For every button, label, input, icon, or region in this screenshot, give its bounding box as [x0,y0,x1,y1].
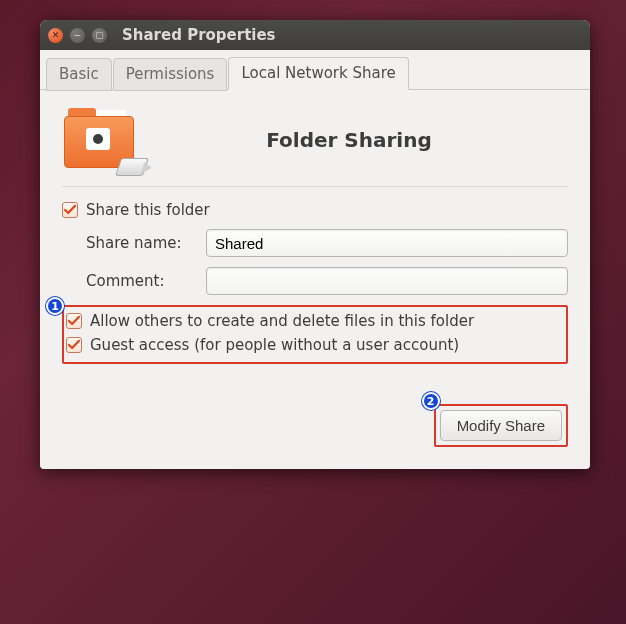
tab-local-network-share[interactable]: Local Network Share [228,57,408,90]
share-name-row: Share name: [62,229,568,257]
titlebar: ✕ − ▢ Shared Properties [40,20,590,50]
window-title: Shared Properties [122,26,276,44]
comment-row: Comment: [62,267,568,295]
close-icon[interactable]: ✕ [48,28,63,43]
share-name-label: Share name: [86,234,196,252]
share-this-folder-row[interactable]: Share this folder [62,201,568,219]
folder-share-icon [62,108,140,172]
allow-others-label: Allow others to create and delete files … [90,312,474,330]
minimize-icon[interactable]: − [70,28,85,43]
annotation-badge-2: 2 [422,392,440,410]
modify-share-button[interactable]: Modify Share [440,410,562,441]
guest-access-row[interactable]: Guest access (for people without a user … [66,336,560,354]
guest-access-label: Guest access (for people without a user … [90,336,459,354]
panel-header: Folder Sharing [62,108,568,172]
tab-content: Folder Sharing Share this folder Share n… [40,90,590,469]
action-row: 2 Modify Share [62,404,568,447]
annotation-badge-1: 1 [46,297,64,315]
annotation-box-1: 1 Allow others to create and delete file… [62,305,568,364]
shared-properties-window: ✕ − ▢ Shared Properties Basic Permission… [40,20,590,469]
tab-basic[interactable]: Basic [46,58,112,91]
panel-heading: Folder Sharing [170,128,568,152]
annotation-box-2: 2 Modify Share [434,404,568,447]
tab-permissions[interactable]: Permissions [113,58,228,91]
maximize-icon[interactable]: ▢ [92,28,107,43]
separator [62,186,568,187]
allow-others-row[interactable]: Allow others to create and delete files … [66,312,560,330]
tab-bar: Basic Permissions Local Network Share [40,50,590,90]
comment-label: Comment: [86,272,196,290]
guest-access-checkbox[interactable] [66,337,82,353]
share-this-folder-checkbox[interactable] [62,202,78,218]
share-this-folder-label: Share this folder [86,201,210,219]
allow-others-checkbox[interactable] [66,313,82,329]
comment-input[interactable] [206,267,568,295]
share-name-input[interactable] [206,229,568,257]
